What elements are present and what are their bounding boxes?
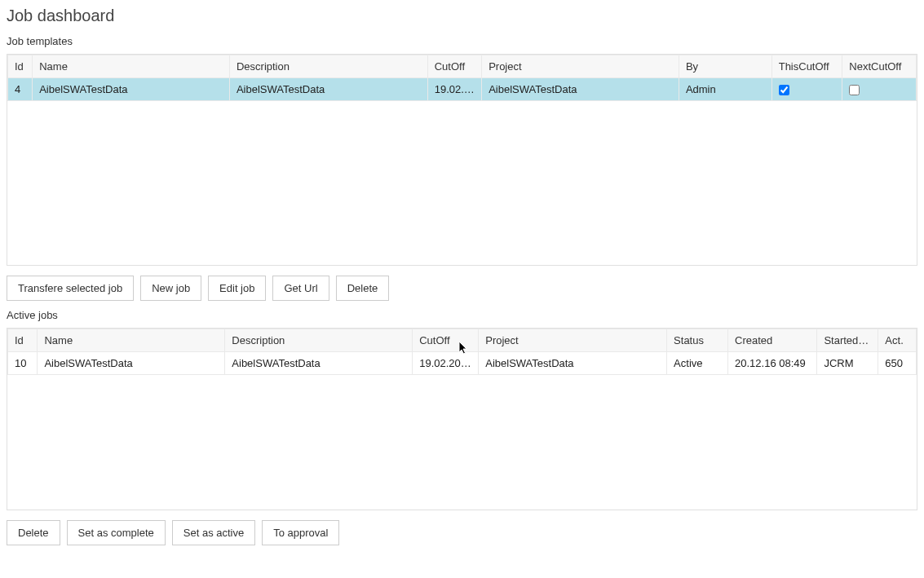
cell-description: AibelSWATestData [225, 352, 413, 375]
cell-name: AibelSWATestData [33, 78, 230, 101]
col-description[interactable]: Description [225, 329, 413, 352]
col-id[interactable]: Id [8, 55, 33, 78]
transfere-selected-job-button[interactable]: Transfere selected job [7, 276, 134, 301]
cell-act: 650 [878, 352, 917, 375]
cell-thiscutoff [771, 78, 842, 101]
job-templates-grid: Id Name Description CutOff Project By Th… [7, 54, 917, 266]
col-name[interactable]: Name [38, 329, 225, 352]
col-by[interactable]: By [679, 55, 771, 78]
new-job-button[interactable]: New job [140, 276, 201, 301]
cell-cutoff: 19.02.2012 [413, 352, 479, 375]
col-cutoff[interactable]: CutOff [427, 55, 481, 78]
col-created[interactable]: Created [728, 329, 817, 352]
col-project[interactable]: Project [479, 329, 667, 352]
col-id[interactable]: Id [8, 329, 38, 352]
active-header-row: Id Name Description CutOff Project Statu… [8, 329, 917, 352]
thiscutoff-checkbox[interactable] [779, 85, 789, 95]
cell-nextcutoff [842, 78, 917, 101]
cell-startedby: JCRM [817, 352, 878, 375]
col-project[interactable]: Project [482, 55, 679, 78]
to-approval-button[interactable]: To approval [262, 520, 339, 545]
cell-id: 4 [8, 78, 33, 101]
templates-button-row: Transfere selected job New job Edit job … [7, 276, 917, 301]
delete-template-button[interactable]: Delete [336, 276, 390, 301]
cell-project: AibelSWATestData [482, 78, 679, 101]
cell-project: AibelSWATestData [479, 352, 667, 375]
cell-id: 10 [8, 352, 38, 375]
cell-name: AibelSWATestData [38, 352, 225, 375]
col-thiscutoff[interactable]: ThisCutOff [771, 55, 842, 78]
cell-description: AibelSWATestData [229, 78, 427, 101]
nextcutoff-checkbox[interactable] [849, 85, 860, 95]
cell-status: Active [667, 352, 728, 375]
table-row[interactable]: 4 AibelSWATestData AibelSWATestData 19.0… [8, 78, 917, 101]
col-status[interactable]: Status [667, 329, 728, 352]
active-jobs-grid: Id Name Description CutOff Project Statu… [7, 328, 917, 510]
table-row[interactable]: 10 AibelSWATestData AibelSWATestData 19.… [8, 352, 917, 375]
active-button-row: Delete Set as complete Set as active To … [7, 520, 917, 545]
active-jobs-label: Active jobs [7, 309, 917, 321]
set-as-complete-button[interactable]: Set as complete [67, 520, 166, 545]
delete-active-button[interactable]: Delete [7, 520, 60, 545]
cell-cutoff: 19.02.12 [427, 78, 481, 101]
edit-job-button[interactable]: Edit job [208, 276, 266, 301]
templates-header-row: Id Name Description CutOff Project By Th… [8, 55, 917, 78]
col-cutoff[interactable]: CutOff [413, 329, 479, 352]
get-url-button[interactable]: Get Url [272, 276, 329, 301]
col-name[interactable]: Name [33, 55, 230, 78]
page-title: Job dashboard [7, 7, 917, 25]
cell-by: Admin [679, 78, 771, 101]
cell-created: 20.12.16 08:49 [728, 352, 817, 375]
job-templates-label: Job templates [7, 35, 917, 47]
set-as-active-button[interactable]: Set as active [172, 520, 255, 545]
col-act[interactable]: Act. [878, 329, 917, 352]
col-description[interactable]: Description [229, 55, 427, 78]
col-startedby[interactable]: Started by [817, 329, 878, 352]
col-nextcutoff[interactable]: NextCutOff [842, 55, 917, 78]
